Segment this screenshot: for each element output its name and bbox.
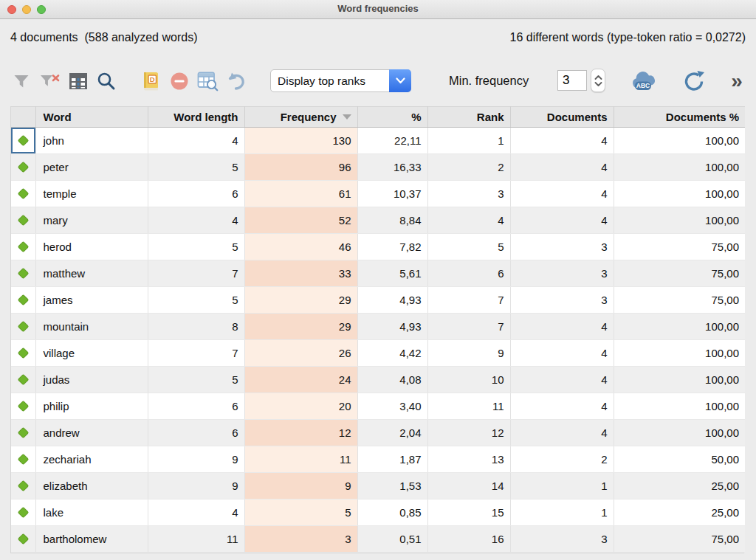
rank-cell[interactable]: 13 xyxy=(427,446,510,473)
word-status-cell[interactable] xyxy=(11,181,35,207)
documents-cell[interactable]: 4 xyxy=(510,420,614,446)
header-rank[interactable]: Rank xyxy=(427,107,510,128)
min-frequency-stepper[interactable] xyxy=(591,69,605,92)
percent-cell[interactable]: 22,11 xyxy=(357,128,427,154)
word-cell[interactable]: herod xyxy=(35,234,148,260)
word-cell[interactable]: bartholomew xyxy=(35,526,148,553)
word-status-cell[interactable] xyxy=(11,446,35,473)
table-row[interactable]: andrew 6 12 2,04 12 4 100,00 xyxy=(11,420,745,446)
word-status-cell[interactable] xyxy=(11,499,35,526)
documents-percent-cell[interactable]: 75,00 xyxy=(614,260,745,287)
word-length-cell[interactable]: 11 xyxy=(148,526,244,553)
percent-cell[interactable]: 4,42 xyxy=(357,340,427,367)
word-length-cell[interactable]: 5 xyxy=(148,367,244,393)
documents-percent-cell[interactable]: 75,00 xyxy=(614,526,745,553)
stop-list-button[interactable] xyxy=(168,70,191,92)
word-length-cell[interactable]: 9 xyxy=(148,473,244,499)
table-row[interactable]: zechariah 9 11 1,87 13 2 50,00 xyxy=(11,446,745,473)
frequency-cell[interactable]: 20 xyxy=(244,393,357,420)
table-row[interactable]: peter 5 96 16,33 2 4 100,00 xyxy=(11,154,745,181)
frequency-cell[interactable]: 130 xyxy=(244,128,357,154)
word-status-cell[interactable] xyxy=(11,314,35,340)
word-cell[interactable]: andrew xyxy=(35,420,148,446)
documents-cell[interactable]: 1 xyxy=(510,499,614,526)
rank-cell[interactable]: 6 xyxy=(427,260,510,287)
documents-cell[interactable]: 4 xyxy=(510,181,614,207)
frequency-cell[interactable]: 11 xyxy=(244,446,357,473)
table-row[interactable]: john 4 130 22,11 1 4 100,00 xyxy=(11,128,745,154)
table-row[interactable]: judas 5 24 4,08 10 4 100,00 xyxy=(11,367,745,393)
refresh-button[interactable] xyxy=(682,70,706,92)
word-status-cell[interactable] xyxy=(11,367,35,393)
documents-cell[interactable]: 2 xyxy=(510,446,614,473)
frequency-cell[interactable]: 26 xyxy=(244,340,357,367)
rank-cell[interactable]: 7 xyxy=(427,287,510,314)
word-cell[interactable]: temple xyxy=(35,181,148,207)
documents-cell[interactable]: 3 xyxy=(510,287,614,314)
rank-cell[interactable]: 16 xyxy=(427,526,510,553)
documents-percent-cell[interactable]: 100,00 xyxy=(614,181,745,207)
percent-cell[interactable]: 0,51 xyxy=(357,526,427,553)
word-length-cell[interactable]: 7 xyxy=(148,340,244,367)
filter-button[interactable] xyxy=(10,70,32,92)
header-documents-percent[interactable]: Documents % xyxy=(614,107,745,128)
percent-cell[interactable]: 5,61 xyxy=(357,260,427,287)
word-length-cell[interactable]: 4 xyxy=(148,128,244,154)
documents-percent-cell[interactable]: 100,00 xyxy=(614,393,745,420)
documents-cell[interactable]: 3 xyxy=(510,260,614,287)
documents-cell[interactable]: 4 xyxy=(510,154,614,181)
percent-cell[interactable]: 16,33 xyxy=(357,154,427,181)
display-mode-dropdown[interactable]: Display top ranks xyxy=(270,69,411,92)
word-cell[interactable]: matthew xyxy=(35,260,148,287)
rank-cell[interactable]: 3 xyxy=(427,181,510,207)
documents-percent-cell[interactable]: 100,00 xyxy=(614,128,745,154)
table-row[interactable]: lake 4 5 0,85 15 1 25,00 xyxy=(11,499,745,526)
word-cell[interactable]: elizabeth xyxy=(35,473,148,499)
rank-cell[interactable]: 11 xyxy=(427,393,510,420)
documents-cell[interactable]: 4 xyxy=(510,340,614,367)
word-length-cell[interactable]: 7 xyxy=(148,260,244,287)
word-length-cell[interactable]: 5 xyxy=(148,154,244,181)
frequency-cell[interactable]: 52 xyxy=(244,207,357,234)
rank-cell[interactable]: 10 xyxy=(427,367,510,393)
documents-percent-cell[interactable]: 100,00 xyxy=(614,207,745,234)
min-frequency-input[interactable] xyxy=(557,70,587,91)
word-cell[interactable]: peter xyxy=(35,154,148,181)
word-status-cell[interactable] xyxy=(11,340,35,367)
percent-cell[interactable]: 8,84 xyxy=(357,207,427,234)
percent-cell[interactable]: 1,87 xyxy=(357,446,427,473)
documents-percent-cell[interactable]: 100,00 xyxy=(614,367,745,393)
word-cell[interactable]: james xyxy=(35,287,148,314)
header-status[interactable] xyxy=(11,107,35,128)
word-length-cell[interactable]: 8 xyxy=(148,314,244,340)
word-status-cell[interactable] xyxy=(11,393,35,420)
documents-percent-cell[interactable]: 100,00 xyxy=(614,340,745,367)
documents-percent-cell[interactable]: 75,00 xyxy=(614,234,745,260)
percent-cell[interactable]: 0,85 xyxy=(357,499,427,526)
frequency-cell[interactable]: 33 xyxy=(244,260,357,287)
word-status-cell[interactable] xyxy=(11,234,35,260)
table-row[interactable]: matthew 7 33 5,61 6 3 75,00 xyxy=(11,260,745,287)
word-length-cell[interactable]: 6 xyxy=(148,181,244,207)
percent-cell[interactable]: 1,53 xyxy=(357,473,427,499)
dictionary-button[interactable]: D xyxy=(140,70,162,92)
rank-cell[interactable]: 7 xyxy=(427,314,510,340)
rank-cell[interactable]: 12 xyxy=(427,420,510,446)
percent-cell[interactable]: 7,82 xyxy=(357,234,427,260)
word-length-cell[interactable]: 6 xyxy=(148,393,244,420)
toolbar-overflow-button[interactable]: » xyxy=(726,70,748,92)
table-row[interactable]: temple 6 61 10,37 3 4 100,00 xyxy=(11,181,745,207)
word-status-cell[interactable] xyxy=(11,207,35,234)
rank-cell[interactable]: 9 xyxy=(427,340,510,367)
word-cell[interactable]: john xyxy=(35,128,148,154)
percent-cell[interactable]: 2,04 xyxy=(357,420,427,446)
frequency-cell[interactable]: 9 xyxy=(244,473,357,499)
word-status-cell[interactable] xyxy=(11,260,35,287)
word-cell[interactable]: zechariah xyxy=(35,446,148,473)
word-length-cell[interactable]: 4 xyxy=(148,207,244,234)
documents-cell[interactable]: 4 xyxy=(510,128,614,154)
rank-cell[interactable]: 14 xyxy=(427,473,510,499)
filter-remove-button[interactable] xyxy=(38,70,62,92)
documents-cell[interactable]: 4 xyxy=(510,393,614,420)
documents-percent-cell[interactable]: 25,00 xyxy=(614,499,745,526)
